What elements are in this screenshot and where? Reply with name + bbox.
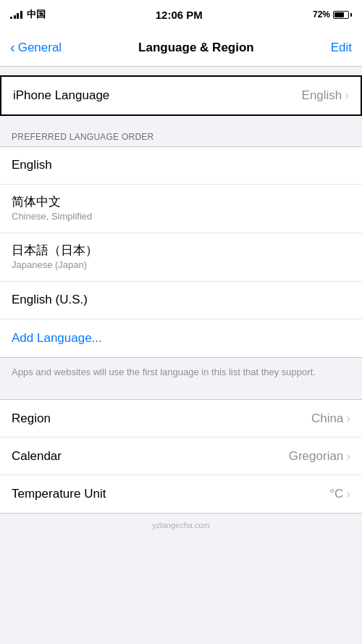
group-gap: [0, 388, 362, 399]
temperature-row[interactable]: Temperature Unit °C ›: [0, 475, 362, 513]
time-label: 12:06 PM: [156, 9, 203, 21]
status-right: 72%: [313, 9, 352, 20]
watermark: yzlangecha.com: [0, 514, 362, 537]
region-value: China ›: [311, 411, 350, 426]
chevron-left-icon: ‹: [10, 40, 15, 54]
chevron-right-icon: ›: [346, 449, 350, 464]
chevron-right-icon: ›: [346, 487, 350, 501]
preferred-language-header: PREFERRED LANGUAGE ORDER: [0, 127, 362, 146]
battery-percent: 72%: [313, 9, 330, 20]
carrier-label: 中国: [27, 8, 46, 21]
list-item[interactable]: 简体中文 Chinese, Simplified: [0, 185, 362, 233]
iphone-language-row[interactable]: iPhone Language English ›: [0, 75, 362, 116]
iphone-language-value-text: English: [302, 88, 342, 103]
calendar-row[interactable]: Calendar Gregorian ›: [0, 438, 362, 475]
list-item[interactable]: English (U.S.): [0, 282, 362, 319]
calendar-value-text: Gregorian: [289, 449, 344, 464]
region-label: Region: [12, 411, 51, 426]
calendar-value: Gregorian ›: [289, 449, 350, 464]
language-list-card: English 简体中文 Chinese, Simplified 日本語（日本）…: [0, 146, 362, 358]
status-left: 中国: [10, 8, 46, 21]
edit-button[interactable]: Edit: [331, 41, 352, 55]
status-bar: 中国 12:06 PM 72%: [0, 0, 362, 29]
temperature-value-text: °C: [329, 487, 343, 501]
nav-bar: ‹ General Language & Region Edit: [0, 29, 362, 67]
region-section: Region China › Calendar Gregorian › Temp…: [0, 399, 362, 514]
language-item-english-us: English (U.S.): [12, 292, 88, 308]
iphone-language-value: English ›: [302, 88, 349, 103]
region-value-text: China: [311, 411, 343, 426]
calendar-label: Calendar: [12, 449, 62, 464]
chevron-right-icon: ›: [346, 411, 350, 426]
back-label[interactable]: General: [18, 41, 62, 55]
signal-icon: [10, 10, 22, 19]
iphone-language-label: iPhone Language: [13, 88, 109, 103]
page-title: Language & Region: [138, 41, 254, 55]
info-text: Apps and websites will use the first lan…: [0, 358, 362, 388]
language-main-label: English: [12, 157, 52, 173]
add-language-label[interactable]: Add Language...: [12, 331, 102, 346]
language-item-chinese: 简体中文 Chinese, Simplified: [12, 194, 92, 223]
language-item-japanese: 日本語（日本） Japanese (Japan): [12, 243, 98, 272]
preferred-language-section: PREFERRED LANGUAGE ORDER English 简体中文 Ch…: [0, 127, 362, 388]
temperature-value: °C ›: [329, 487, 350, 501]
battery-icon: [333, 11, 352, 19]
list-item[interactable]: 日本語（日本） Japanese (Japan): [0, 233, 362, 282]
back-button[interactable]: ‹ General: [10, 41, 62, 55]
temperature-label: Temperature Unit: [12, 487, 106, 501]
region-row[interactable]: Region China ›: [0, 400, 362, 438]
add-language-row[interactable]: Add Language...: [0, 319, 362, 357]
chevron-right-icon: ›: [345, 88, 349, 103]
list-item[interactable]: English: [0, 147, 362, 185]
